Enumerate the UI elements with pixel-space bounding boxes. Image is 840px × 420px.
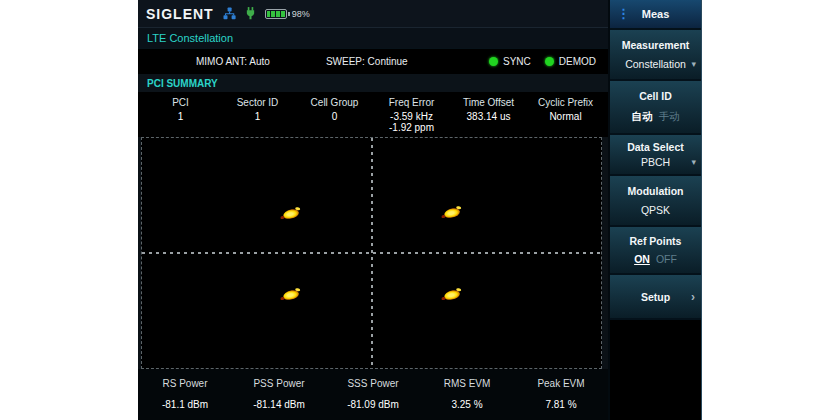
col-value: 383.14 us (450, 111, 527, 122)
stat-header: RS Power (138, 378, 232, 389)
stat-peak-evm: Peak EVM 7.81 % (514, 378, 608, 420)
softkey-label: Measurement (622, 39, 690, 51)
stat-header: PSS Power (232, 378, 326, 389)
chevron-right-icon: › (691, 290, 695, 304)
constellation-plot (141, 137, 602, 369)
option-auto[interactable]: 自动 (632, 110, 653, 124)
stat-value: -81.14 dBm (232, 399, 326, 410)
meas-menu-header[interactable]: ⋮ Meas (610, 0, 701, 30)
constellation-cluster-2 (283, 289, 300, 301)
chevron-down-icon: ▾ (691, 157, 696, 167)
softkey-modulation[interactable]: Modulation QPSK (610, 176, 701, 227)
stat-value: 3.25 % (420, 399, 514, 410)
analyzer-screenshot: SIGLENT 98% (0, 0, 840, 420)
ref-points-toggle[interactable]: ON OFF (634, 253, 677, 265)
stat-header: Peak EVM (514, 378, 608, 389)
option-manual[interactable]: 手动 (659, 110, 680, 124)
stat-value: -81.09 dBm (326, 399, 420, 410)
softkey-value: Constellation ▾ (610, 58, 701, 70)
softkey-cell-id[interactable]: Cell ID 自动 手动 (610, 81, 701, 135)
col-header: Freq Error (373, 97, 450, 108)
col-value: 1 (219, 111, 296, 122)
softkey-value: PBCH ▾ (610, 156, 701, 168)
stat-pss-power: PSS Power -81.14 dBm (232, 378, 326, 420)
stat-rs-power: RS Power -81.1 dBm (138, 378, 232, 420)
pci-col-pci: PCI 1 (142, 97, 219, 137)
constellation-cluster-3 (443, 289, 460, 301)
softkey-label: Cell ID (639, 90, 672, 102)
pci-col-sector-id: Sector ID 1 (219, 97, 296, 137)
softkey-setup[interactable]: Setup › (610, 275, 701, 320)
sync-label: SYNC (503, 56, 531, 67)
stat-header: RMS EVM (420, 378, 514, 389)
siglent-logo: SIGLENT (146, 6, 214, 22)
pci-col-cell-group: Cell Group 0 (296, 97, 373, 137)
constellation-cluster-1 (443, 207, 460, 219)
col-header: PCI (142, 97, 219, 108)
softkey-label: Data Select (627, 141, 684, 153)
sync-led-icon (489, 57, 498, 66)
softkey-ref-points[interactable]: Ref Points ON OFF (610, 227, 701, 275)
stat-value: -81.1 dBm (138, 399, 232, 410)
constellation-cluster-0 (283, 208, 300, 220)
menu-dots-icon: ⋮ (617, 6, 630, 21)
freq-error-khz: -3.59 kHz (373, 111, 450, 122)
col-header: Cell Group (296, 97, 373, 108)
stat-header: SSS Power (326, 378, 420, 389)
stat-rms-evm: RMS EVM 3.25 % (420, 378, 514, 420)
softkey-label: Modulation (628, 185, 684, 197)
menu-empty-area (610, 320, 701, 420)
page-title: LTE Constellation (138, 28, 608, 49)
network-icon (223, 7, 236, 20)
freq-error-ppm: -1.92 ppm (373, 122, 450, 133)
col-value: 1 (142, 111, 219, 122)
pci-col-cyclic-prefix: Cyclic Prefix Normal (527, 97, 604, 137)
softkey-value: QPSK (641, 204, 670, 216)
chevron-down-icon: ▾ (691, 59, 696, 69)
col-value: 0 (296, 111, 373, 122)
mimo-ant-status: MIMO ANT: Auto (196, 56, 270, 67)
device-screen: SIGLENT 98% (138, 0, 702, 420)
demod-indicator: DEMOD (545, 56, 596, 67)
col-header: Time Offset (450, 97, 527, 108)
stat-sss-power: SSS Power -81.09 dBm (326, 378, 420, 420)
pci-col-time-offset: Time Offset 383.14 us (450, 97, 527, 137)
col-header: Cyclic Prefix (527, 97, 604, 108)
battery-icon (265, 9, 287, 19)
battery-percent: 98% (292, 9, 310, 19)
col-value: -3.59 kHz -1.92 ppm (373, 111, 450, 133)
pci-summary-heading: PCI SUMMARY (138, 74, 608, 92)
sync-indicator: SYNC (489, 56, 531, 67)
softkey-label: Ref Points (630, 235, 682, 247)
plot-horizontal-axis (142, 252, 601, 254)
sweep-status: SWEEP: Continue (326, 56, 408, 67)
main-display: SIGLENT 98% (138, 0, 608, 420)
pci-summary-table: PCI 1 Sector ID 1 Cell Group 0 Freq Erro… (138, 92, 608, 137)
demod-led-icon (545, 57, 554, 66)
top-status-bar: SIGLENT 98% (138, 0, 608, 28)
col-header: Sector ID (219, 97, 296, 108)
softkey-measurement[interactable]: Measurement Constellation ▾ (610, 30, 701, 81)
stat-value: 7.81 % (514, 399, 608, 410)
option-off[interactable]: OFF (656, 253, 677, 265)
power-evm-stats: RS Power -81.1 dBm PSS Power -81.14 dBm … (138, 369, 608, 420)
measurement-status-bar: MIMO ANT: Auto SWEEP: Continue SYNC DEMO… (138, 49, 608, 74)
softkey-label: Setup (641, 291, 670, 303)
demod-label: DEMOD (559, 56, 596, 67)
col-value: Normal (527, 111, 604, 122)
softkey-data-select[interactable]: Data Select PBCH ▾ (610, 135, 701, 176)
option-on[interactable]: ON (634, 253, 650, 265)
cell-id-toggle[interactable]: 自动 手动 (632, 110, 680, 124)
usb-plug-icon (245, 7, 256, 20)
pci-col-freq-error: Freq Error -3.59 kHz -1.92 ppm (373, 97, 450, 137)
softkey-menu: ⋮ Meas Measurement Constellation ▾ Cell … (608, 0, 702, 420)
